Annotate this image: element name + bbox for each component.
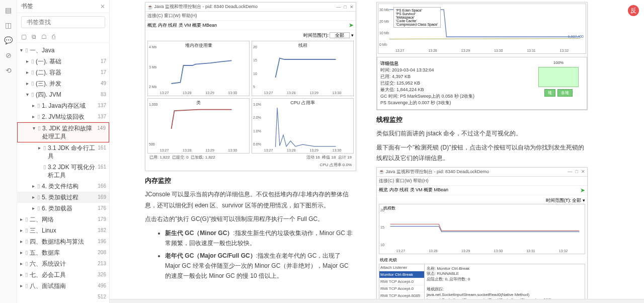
feedback-badge[interactable]: 反 (628, 5, 639, 16)
memory-chart-screenshot: 'PS Eden Space''PS Survivor''Metaspace''… (376, 2, 588, 110)
close-icon: ✕ (350, 5, 354, 10)
tool-icon-1[interactable]: ▢ (21, 33, 27, 40)
sidebar-title: 书签 (21, 2, 33, 11)
bookmark-item[interactable]: ▸▯五、数据库208 (17, 247, 109, 258)
bookmark-item[interactable]: ▸▯(二). 容器17 (17, 67, 109, 78)
bookmark-item[interactable]: ▾▯3. JDK 监控和故障处理工具149 (17, 122, 109, 142)
search-input[interactable] (27, 19, 102, 26)
bookmark-item[interactable]: ▸▯4. 类文件结构166 (17, 181, 109, 192)
bookmark-item[interactable]: ▸▯八、面试指南496 (17, 280, 109, 291)
bookmark-item[interactable]: ▸▯(三). 并发49 (17, 78, 109, 89)
thread-monitor-screenshot: ☕ Java 监视和管理控制台 - pid: 8340 DeadLockDemo… (376, 167, 588, 303)
heap-button: 堆 (544, 89, 555, 97)
bookmark-item[interactable]: ▸▯1. Java内存区域137 (17, 100, 109, 111)
bookmark-item[interactable]: ▾▯(四). JVM83 (17, 89, 109, 100)
bookmark-item[interactable]: ▸▯四、数据结构与算法196 (17, 236, 109, 247)
memory-heading: 内存监控 (145, 176, 356, 185)
tool-icon-4[interactable]: ⎙ (52, 33, 55, 40)
bookmark-item[interactable]: ▸▯6. 类加载器176 (17, 203, 109, 214)
close-icon[interactable]: ✕ (100, 3, 105, 10)
bookmark-item[interactable]: ▸▯(一). 基础17 (17, 56, 109, 67)
bookmark-search (21, 16, 105, 28)
nonheap-button: 非堆 (557, 89, 573, 97)
attachments-icon[interactable]: ⊘ (6, 51, 12, 59)
bookmark-item[interactable]: ▯3.2 JDK 可视化分析工具161 (17, 162, 109, 181)
horizontal-scrollbar[interactable] (110, 299, 644, 303)
thread-chart: 线程 2015105 13:2713:2813:2913:30 (252, 41, 354, 96)
bookmark-tree: ▾▯一、Java▸▯(一). 基础17▸▯(二). 容器17▸▯(三). 并发4… (17, 43, 109, 303)
maximize-icon: □ (344, 5, 347, 10)
history-icon[interactable]: ⟲ (6, 66, 12, 74)
bookmark-item[interactable]: ▸▯七、必会工具326 (17, 269, 109, 280)
bookmark-tab-icon[interactable]: ◫ (5, 21, 12, 29)
refresh-icon: ➤ (349, 22, 354, 29)
bookmarks-sidebar: 书签 ✕ ▢ ⧉ ☖ ⎙ ▾▯一、Java▸▯(一). 基础17▸▯(二). 容… (17, 0, 110, 303)
bookmark-item[interactable]: ▸▯5. 类加载过程169 (17, 192, 109, 203)
outline-icon[interactable]: ▤ (5, 6, 12, 14)
java-icon: ☕ (147, 5, 153, 10)
bookmark-item[interactable]: ▸▯3.1 JDK 命令行工具161 (17, 142, 109, 162)
bookmark-item[interactable]: ▸▯三、Linux182 (17, 225, 109, 236)
cpu-chart: CPU 占用率 3.0%2.0%1.0%0.0% 13:2713:2813:29… (252, 98, 354, 154)
tool-icon-2[interactable]: ⧉ (32, 33, 36, 40)
heap-chart: 堆内存使用量 4 Mb3 Mb2 Mb 13:2713:2813:2913:30 (147, 41, 250, 96)
bookmark-item[interactable]: ▸▯2. JVM垃圾回收137 (17, 111, 109, 122)
class-chart: 类 1,000500 13:2713:2813:2913:30 (147, 98, 250, 154)
bookmark-item[interactable]: ▸▯二、网络179 (17, 214, 109, 225)
tool-icon-3[interactable]: ☖ (41, 33, 47, 40)
minimize-icon: — (337, 5, 341, 10)
jconsole-overview-screenshot: ☕ Java 监视和管理控制台 - pid: 8340 DeadLockDemo… (145, 2, 356, 171)
bookmark-item[interactable]: ▾▯一、Java (17, 45, 109, 56)
bookmark-item[interactable]: ▸▯六、系统设计213 (17, 258, 109, 269)
comments-icon[interactable]: 💬 (4, 36, 13, 44)
